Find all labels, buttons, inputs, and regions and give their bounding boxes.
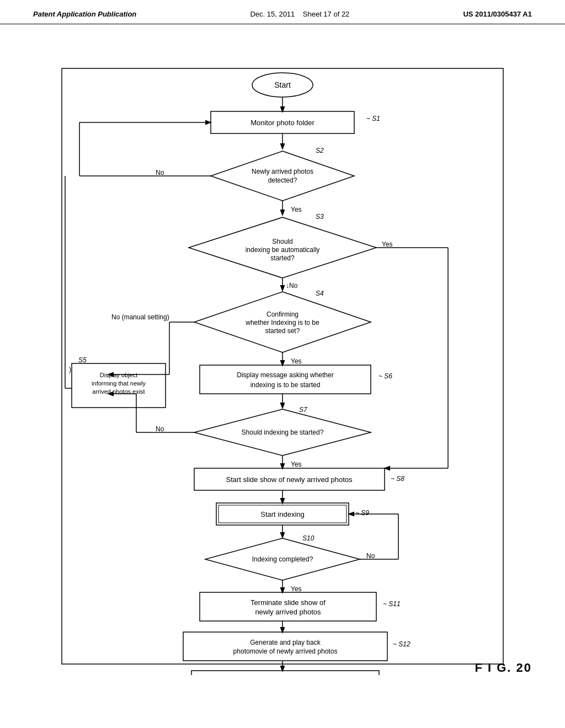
svg-text:~ S12: ~ S12: [393, 640, 411, 648]
header-left: Patent Application Publication: [33, 10, 136, 18]
svg-text:Yes: Yes: [291, 206, 302, 213]
svg-text:Yes: Yes: [291, 461, 302, 468]
svg-text:Monitor photo folder: Monitor photo folder: [250, 119, 315, 127]
svg-text:~ S9: ~ S9: [355, 509, 369, 517]
svg-text:photomovie of newly arrived ph: photomovie of newly arrived photos: [233, 647, 338, 655]
svg-rect-40: [200, 365, 371, 394]
svg-text:~ S11: ~ S11: [383, 600, 401, 608]
svg-text:Should indexing be started?: Should indexing be started?: [242, 429, 324, 436]
svg-text:Yes: Yes: [382, 240, 393, 248]
svg-text:No: No: [156, 169, 164, 176]
svg-rect-72: [200, 592, 376, 621]
svg-text:~ S6: ~ S6: [379, 372, 392, 380]
svg-text:~ S8: ~ S8: [391, 475, 404, 483]
svg-text:informing that newly: informing that newly: [92, 380, 146, 387]
svg-text:S2: S2: [316, 147, 324, 154]
svg-text:started?: started?: [270, 254, 295, 262]
svg-text:Indexing completed?: Indexing completed?: [252, 555, 313, 563]
svg-text:Yes: Yes: [291, 585, 302, 593]
svg-text:Start slide show of newly arri: Start slide show of newly arrived photos: [226, 475, 353, 484]
svg-text:S3: S3: [316, 213, 324, 221]
svg-text:Should: Should: [272, 238, 292, 245]
svg-marker-9: [211, 151, 354, 201]
svg-text:Yes: Yes: [291, 357, 302, 365]
diagram-area: Start Monitor photo folder ~ S1 S2 Newly…: [0, 24, 565, 686]
header-date: Dec. 15, 2011: [250, 10, 295, 18]
svg-text:Start: Start: [274, 81, 291, 89]
svg-text:S7: S7: [299, 406, 308, 414]
svg-text:No (manual setting): No (manual setting): [111, 313, 169, 321]
svg-text:Generate and play back: Generate and play back: [250, 639, 321, 646]
figure-label: F I G. 20: [475, 661, 532, 675]
svg-text:No: No: [156, 425, 164, 433]
flowchart-svg: Start Monitor photo folder ~ S1 S2 Newly…: [45, 35, 520, 675]
svg-text:S5: S5: [78, 356, 87, 364]
svg-text:Start indexing: Start indexing: [260, 510, 305, 518]
svg-text:indexing is to be started: indexing is to be started: [250, 381, 321, 389]
svg-text:started set?: started set?: [265, 327, 300, 335]
svg-rect-0: [62, 68, 503, 664]
svg-text:indexing be automatically: indexing be automatically: [246, 246, 320, 254]
svg-text:Terminate slide show of: Terminate slide show of: [250, 598, 326, 607]
header-right: US 2011/0305437 A1: [463, 10, 532, 18]
header-sheet: Sheet 17 of 22: [303, 10, 350, 18]
page-header: Patent Application Publication Dec. 15, …: [0, 0, 565, 24]
svg-rect-82: [191, 671, 379, 675]
header-center: Dec. 15, 2011 Sheet 17 of 22: [250, 10, 349, 18]
svg-text:arrived photos exist: arrived photos exist: [92, 388, 145, 395]
svg-text:↓No: ↓No: [286, 282, 298, 290]
svg-text:S10: S10: [302, 534, 315, 542]
svg-text:newly arrived photos: newly arrived photos: [255, 608, 321, 616]
svg-text:detected?: detected?: [268, 176, 297, 184]
svg-text:whether Indexing is to be: whether Indexing is to be: [245, 319, 319, 326]
svg-text:): ): [69, 366, 71, 373]
svg-text:Newly arrived photos: Newly arrived photos: [252, 168, 313, 175]
svg-text:S4: S4: [316, 290, 324, 297]
svg-text:~ S1: ~ S1: [366, 115, 380, 122]
svg-text:Display object: Display object: [100, 372, 137, 378]
svg-text:No: No: [366, 552, 375, 560]
svg-rect-77: [183, 632, 387, 661]
flowchart: Start Monitor photo folder ~ S1 S2 Newly…: [45, 35, 520, 675]
svg-text:Display message asking whether: Display message asking whether: [237, 371, 333, 379]
svg-text:Confirming: Confirming: [266, 311, 299, 318]
